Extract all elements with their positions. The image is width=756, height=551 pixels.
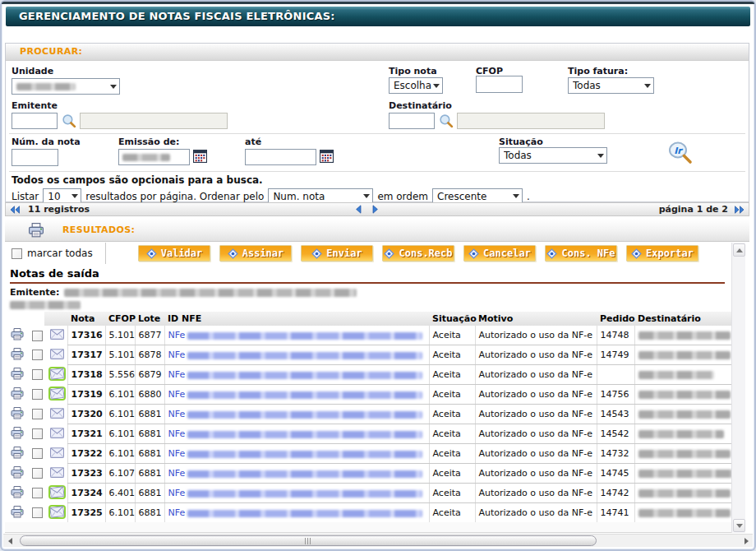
assinar-button[interactable]: Assinar (219, 245, 292, 262)
col-lote: Lote (135, 312, 164, 326)
nfe-id-link[interactable]: NFe (168, 468, 186, 479)
exportar-button[interactable]: Exportar (626, 245, 698, 262)
scroll-up-button[interactable] (733, 243, 745, 257)
row-checkbox[interactable] (32, 448, 43, 459)
table-row: 17319 6.101 6880 NFe Aceita Autorizado o… (5, 385, 731, 405)
cons-recb-button[interactable]: Cons.Recb (382, 245, 454, 262)
destinatario-search-icon[interactable] (439, 113, 454, 128)
print-row-icon[interactable] (11, 486, 24, 498)
pedido-cell (597, 365, 634, 385)
row-checkbox[interactable] (32, 468, 43, 479)
envelope-icon[interactable] (50, 408, 64, 419)
row-checkbox[interactable] (32, 369, 43, 380)
envelope-icon[interactable] (50, 507, 64, 517)
cfop-input[interactable] (476, 76, 523, 93)
ir-search-button[interactable]: Ir (668, 141, 694, 164)
print-row-icon[interactable] (11, 368, 24, 380)
row-checkbox[interactable] (32, 428, 43, 439)
motivo-cell: Autorizado o uso da NF-e (475, 405, 597, 424)
cfop-cell: 5.556 (105, 365, 135, 385)
ate-input[interactable] (245, 149, 316, 165)
calendar-icon[interactable] (320, 150, 334, 163)
row-checkbox[interactable] (32, 507, 43, 518)
destinatario-redacted (638, 450, 731, 458)
next-page-icon[interactable] (371, 205, 380, 214)
emissao-de-input[interactable] (118, 149, 190, 165)
print-results-icon[interactable] (28, 223, 44, 238)
destinatario-redacted (638, 489, 731, 498)
situacao-cell: Aceita (429, 405, 475, 424)
calendar-icon[interactable] (193, 150, 207, 163)
print-row-icon[interactable] (11, 447, 24, 459)
print-row-icon[interactable] (11, 466, 24, 479)
envelope-icon[interactable] (50, 428, 64, 438)
table-footer-strip (5, 522, 731, 533)
print-row-icon[interactable] (11, 387, 24, 400)
first-page-icon[interactable] (9, 206, 21, 214)
unidade-value-redacted (16, 83, 76, 90)
horizontal-scrollbar[interactable] (3, 534, 753, 547)
destinatario-code-input[interactable] (389, 113, 435, 129)
print-row-icon[interactable] (11, 348, 24, 360)
scroll-left-button[interactable] (5, 537, 15, 545)
sentence-period: . (527, 191, 530, 202)
print-row-icon[interactable] (11, 427, 24, 439)
print-row-icon[interactable] (11, 407, 24, 419)
cfop-cell: 6.101 (105, 444, 135, 464)
row-checkbox[interactable] (32, 331, 43, 341)
cfop-cell: 6.401 (105, 484, 135, 503)
prev-page-icon[interactable] (354, 205, 363, 214)
tipo-nota-label: Tipo nota (389, 66, 437, 76)
select-all-checkbox[interactable] (12, 248, 22, 259)
emitente-search-icon[interactable] (62, 113, 76, 128)
situacao-cell: Aceita (429, 484, 475, 503)
emitente-name-display (80, 113, 228, 129)
num-nota-input[interactable] (12, 149, 58, 166)
nfe-id-link[interactable]: NFe (168, 488, 186, 498)
horizontal-scroll-thumb[interactable] (20, 535, 597, 546)
tipo-nota-select[interactable]: Escolha (389, 77, 443, 94)
nfe-id-link[interactable]: NFe (168, 369, 186, 380)
envelope-icon[interactable] (50, 329, 64, 340)
arrow-right-icon (744, 538, 749, 544)
emitente-code-input[interactable] (12, 113, 58, 129)
nfe-id-link[interactable]: NFe (168, 330, 186, 340)
lote-cell: 6881 (135, 444, 164, 464)
tipo-fatura-select[interactable]: Todas (568, 77, 654, 94)
vertical-scrollbar[interactable] (731, 243, 745, 533)
envelope-icon[interactable] (50, 349, 64, 359)
nfe-id-link[interactable]: NFe (168, 428, 186, 439)
diamond-icon (546, 248, 557, 259)
envelope-icon[interactable] (50, 487, 64, 498)
envelope-icon[interactable] (50, 388, 64, 399)
scroll-right-button[interactable] (741, 537, 751, 545)
scroll-down-button[interactable] (733, 519, 745, 532)
situacao-select[interactable]: Todas (499, 147, 607, 164)
print-row-icon[interactable] (11, 328, 24, 340)
row-checkbox[interactable] (32, 409, 43, 419)
nota-cell: 17325 (67, 503, 105, 523)
nfe-id-link[interactable]: NFe (168, 507, 186, 518)
envelope-icon[interactable] (50, 447, 64, 458)
validar-button[interactable]: Validar (138, 245, 210, 262)
last-page-icon[interactable] (734, 206, 745, 214)
cancelar-button[interactable]: Cancelar (463, 245, 536, 262)
enviar-button[interactable]: Enviar (301, 245, 373, 262)
nfe-id-link[interactable]: NFe (168, 350, 186, 360)
section-title: Notas de saída (10, 267, 99, 280)
envelope-icon[interactable] (50, 368, 64, 379)
row-checkbox[interactable] (32, 389, 43, 400)
window-top-edge (2, 2, 754, 4)
row-checkbox[interactable] (32, 488, 43, 498)
nota-cell: 17318 (67, 365, 105, 385)
nfe-id-link[interactable]: NFe (168, 448, 186, 459)
pagination-bar: 11 registros página 1 de 2 (5, 202, 749, 216)
diamond-icon (631, 248, 642, 259)
unidade-select[interactable] (12, 78, 120, 95)
print-row-icon[interactable] (11, 506, 24, 518)
nfe-id-link[interactable]: NFe (168, 389, 186, 400)
cons-nfe-button[interactable]: Cons. NFe (545, 245, 617, 262)
envelope-icon[interactable] (50, 467, 64, 478)
row-checkbox[interactable] (32, 350, 43, 360)
nfe-id-link[interactable]: NFe (168, 409, 186, 419)
